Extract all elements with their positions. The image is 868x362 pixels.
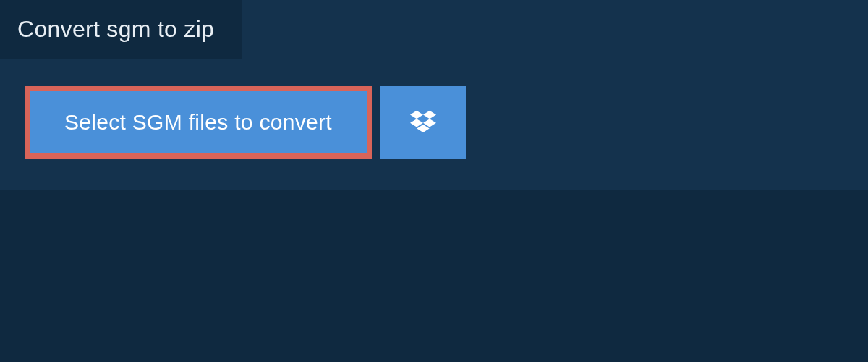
dropbox-icon (410, 108, 436, 137)
tab-title: Convert sgm to zip (17, 16, 214, 42)
select-files-button[interactable]: Select SGM files to convert (25, 86, 372, 159)
actions-row: Select SGM files to convert (0, 59, 868, 159)
converter-panel: Convert sgm to zip Select SGM files to c… (0, 0, 868, 190)
tab-convert[interactable]: Convert sgm to zip (0, 0, 242, 59)
select-files-label: Select SGM files to convert (64, 110, 332, 135)
dropbox-button[interactable] (380, 86, 466, 159)
